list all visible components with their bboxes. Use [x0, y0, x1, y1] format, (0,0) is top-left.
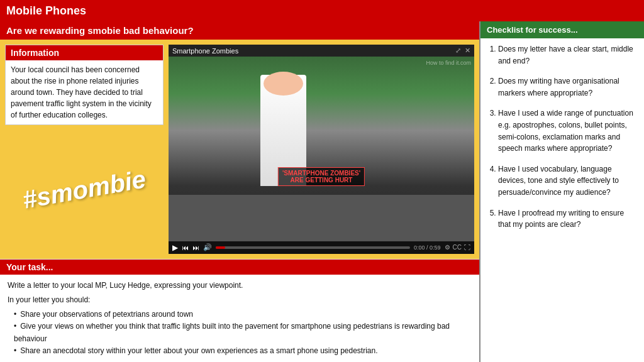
checklist-item-4: Have I used vocabulary, language devices…	[498, 163, 638, 199]
time-label: 0:00 / 0:59	[414, 244, 441, 251]
video-overlay-line2: ARE GETTING HURT	[282, 177, 360, 184]
video-title-bar: Smartphone Zombies ⤢ ✕	[169, 45, 474, 57]
hashtag-area: #smombie	[5, 125, 164, 254]
right-panel: Checklist for success... Does my letter …	[479, 21, 644, 362]
checklist-item-2: Does my writing have organisational mark…	[498, 75, 638, 99]
task-bullet-1: Share your observations of petextrians a…	[14, 309, 472, 321]
video-close-icon[interactable]: ✕	[465, 47, 470, 55]
video-overlay-line1: 'SMARTPHONE ZOMBIES'	[282, 170, 360, 177]
video-overlay-text: 'SMARTPHONE ZOMBIES' ARE GETTING HURT	[278, 167, 365, 186]
hashtag-text: #smombie	[21, 165, 148, 214]
video-controls[interactable]: ▶ ⏮ ⏭ 🔊 0:00 / 0:59 ⚙ CC ⛶	[169, 241, 474, 254]
fullscreen-controls: ⚙ CC ⛶	[445, 244, 470, 251]
progress-bar[interactable]	[216, 246, 410, 249]
video-wrapper: Smartphone Zombies ⤢ ✕	[169, 45, 474, 254]
video-ground	[169, 195, 474, 241]
progress-fill	[216, 246, 225, 249]
checklist-header-text: Checklist for success...	[487, 25, 578, 35]
left-panel: Are we rewarding smobie bad behaviour? I…	[0, 21, 479, 362]
next-frame-button[interactable]: ⏭	[192, 244, 199, 251]
task-section: Your task... Write a letter to your loca…	[0, 259, 479, 362]
info-section: Information Your local council has been …	[0, 40, 169, 259]
video-scene	[169, 57, 474, 241]
checklist-item-3: Have I used a wide range of punctuation …	[498, 107, 638, 154]
play-button[interactable]: ▶	[172, 243, 178, 252]
checklist-content: Does my letter have a clear start, middl…	[480, 38, 644, 362]
video-title-text: Smartphone Zombies	[172, 47, 238, 55]
title-bar: Mobile Phones	[0, 0, 644, 21]
task-header-text: Your task...	[6, 262, 53, 272]
task-bullets-list: Share your observations of petextrians a…	[8, 309, 472, 357]
page-title: Mobile Phones	[6, 4, 86, 18]
main-layout: Are we rewarding smobie bad behaviour? I…	[0, 21, 644, 362]
checklist-item-1: Does my letter have a clear start, middl…	[498, 43, 638, 67]
task-bullet-3: Share an anecdotal story within your let…	[14, 345, 472, 357]
prev-frame-button[interactable]: ⏮	[182, 244, 189, 251]
settings-icon[interactable]: ⚙	[445, 244, 450, 251]
checklist-header: Checklist for success...	[480, 21, 644, 38]
cc-icon[interactable]: CC	[453, 244, 462, 251]
task-content: Write a letter to your local MP, Lucy He…	[0, 275, 479, 362]
video-frame: 'SMARTPHONE ZOMBIES' ARE GETTING HURT Ho…	[169, 57, 474, 241]
info-text: Your local council has been concerned ab…	[6, 60, 163, 124]
task-bullet-2: Give your views on whether you think tha…	[14, 321, 472, 344]
question-text: Are we rewarding smobie bad behaviour?	[6, 25, 194, 36]
video-title-controls: ⤢ ✕	[455, 47, 470, 55]
checklist-list: Does my letter have a clear start, middl…	[487, 43, 638, 231]
video-section: Smartphone Zombies ⤢ ✕	[169, 40, 479, 259]
task-instructions-label: In your letter you should:	[8, 294, 472, 306]
video-person-head	[264, 72, 303, 96]
task-intro: Write a letter to your local MP, Lucy He…	[8, 280, 472, 292]
info-header-text: Information	[11, 48, 59, 58]
video-expand-icon[interactable]: ⤢	[455, 47, 461, 55]
info-box: Information Your local council has been …	[5, 45, 164, 125]
task-header: Your task...	[0, 260, 479, 275]
volume-icon[interactable]: 🔊	[203, 243, 212, 251]
content-area: Information Your local council has been …	[0, 40, 479, 259]
fullscreen-icon[interactable]: ⛶	[464, 244, 470, 251]
question-bar: Are we rewarding smobie bad behaviour?	[0, 21, 479, 40]
video-watermark: How to find it.com	[426, 60, 471, 66]
checklist-item-5: Have I proofread my writing to ensure th…	[498, 207, 638, 231]
info-header: Information	[6, 45, 163, 60]
